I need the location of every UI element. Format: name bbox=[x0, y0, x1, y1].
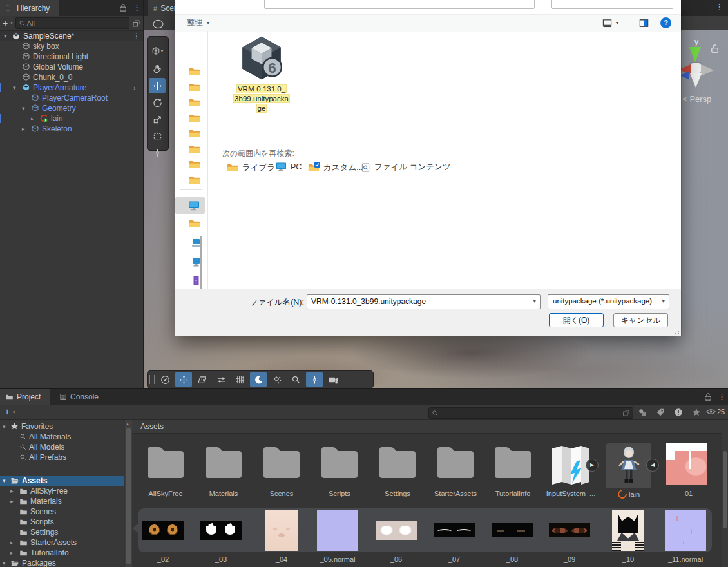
hierarchy-row[interactable]: Global Volume bbox=[0, 62, 143, 72]
hierarchy-row[interactable]: sky box bbox=[0, 41, 143, 52]
subasset-item[interactable] bbox=[434, 523, 475, 537]
hierarchy-lock-icon[interactable] bbox=[119, 3, 127, 12]
scene-header-row[interactable]: ▾ SampleScene* ⋮ bbox=[0, 31, 143, 41]
nav-folder-icon[interactable] bbox=[189, 113, 200, 123]
subasset-item[interactable] bbox=[612, 510, 644, 551]
tree-child[interactable]: Scenes bbox=[0, 506, 124, 517]
tab-hierarchy[interactable]: Hierarchy bbox=[0, 0, 59, 16]
hierarchy-row-prefab[interactable]: ▾ Geometry bbox=[0, 103, 143, 113]
grid-scrollbar-thumb[interactable] bbox=[723, 451, 727, 528]
hand-tool-icon[interactable] bbox=[149, 61, 166, 77]
hierarchy-row-prefab[interactable]: ▸ Skeleton bbox=[0, 124, 143, 134]
rect-tool-icon[interactable] bbox=[149, 128, 166, 144]
persp-label-group[interactable]: ⋖ Persp bbox=[682, 94, 711, 104]
scene-lock-icon[interactable] bbox=[711, 44, 719, 53]
scrollbar-up-icon[interactable]: ▴ bbox=[126, 421, 129, 427]
asset-item[interactable]: Scenes bbox=[253, 443, 311, 503]
view-mode-icon[interactable] bbox=[602, 19, 612, 28]
cancel-button[interactable]: キャンセル bbox=[613, 313, 668, 327]
nav-folder-icon[interactable] bbox=[189, 219, 200, 229]
move-tool-icon[interactable] bbox=[149, 78, 166, 93]
expander-icon[interactable]: ▾ bbox=[3, 476, 9, 486]
asset-item[interactable]: Settings bbox=[369, 443, 426, 503]
asset-item[interactable]: StarterAssets bbox=[426, 443, 484, 503]
tree-all-models[interactable]: All Models bbox=[0, 442, 124, 452]
effects-icon[interactable] bbox=[269, 372, 285, 387]
tool-context-icon[interactable]: ▾ bbox=[149, 43, 166, 59]
nav-folder-icon[interactable] bbox=[189, 82, 200, 92]
scene-lighting-icon[interactable] bbox=[250, 372, 267, 387]
dialog-search-input[interactable] bbox=[551, 0, 673, 9]
tool-settings-icon[interactable] bbox=[213, 372, 229, 387]
subasset-item[interactable] bbox=[142, 521, 184, 540]
expander-icon[interactable]: ▾ bbox=[13, 82, 19, 93]
move-overlay-icon[interactable] bbox=[175, 372, 192, 387]
asset-item[interactable]: AllSkyFree bbox=[137, 443, 195, 503]
tree-assets-selected[interactable]: ▾ Assets bbox=[0, 476, 124, 486]
nav-folder-icon[interactable] bbox=[189, 98, 200, 108]
asset-item[interactable]: TutorialInfo bbox=[484, 443, 542, 503]
organize-button[interactable]: 整理 ▾ bbox=[187, 17, 209, 28]
transform-tool-icon[interactable] bbox=[149, 145, 166, 160]
help-button[interactable]: ? bbox=[660, 17, 671, 28]
expander-icon[interactable]: ▸ bbox=[10, 486, 17, 496]
expand-subassets-badge[interactable]: ▶ bbox=[586, 459, 599, 472]
nav-item-pc-selected[interactable] bbox=[175, 197, 205, 214]
search-again-option-pc[interactable]: PC bbox=[276, 162, 302, 171]
expander-icon[interactable]: ▸ bbox=[10, 537, 17, 548]
gizmo-gray-cone[interactable] bbox=[701, 64, 714, 76]
project-search-input[interactable] bbox=[428, 407, 633, 419]
asset-item[interactable]: Materials bbox=[195, 443, 253, 503]
hierarchy-row-prefab[interactable]: PlayerCameraRoot bbox=[0, 93, 143, 103]
scene-grid-toggle-icon[interactable] bbox=[149, 16, 166, 32]
nav-scrollbar[interactable] bbox=[200, 236, 202, 289]
tree-packages[interactable]: ▾ Packages bbox=[0, 558, 124, 567]
tab-project[interactable]: Project bbox=[0, 389, 50, 405]
hierarchy-kebab-icon[interactable]: ⋮ bbox=[133, 3, 141, 12]
view-options-icon[interactable] bbox=[157, 372, 173, 387]
asset-item[interactable]: Scripts bbox=[311, 443, 369, 503]
pivot-overlay-icon[interactable] bbox=[306, 372, 323, 387]
snap-icon[interactable] bbox=[194, 372, 211, 387]
nav-usb-icon[interactable] bbox=[193, 276, 200, 285]
subasset-item[interactable] bbox=[376, 521, 417, 540]
address-bar[interactable] bbox=[264, 0, 535, 9]
nav-folder-icon[interactable] bbox=[189, 160, 200, 169]
hierarchy-row-lain[interactable]: ▸ lain bbox=[0, 113, 143, 124]
camera-overlay-icon[interactable] bbox=[325, 372, 341, 387]
hierarchy-row[interactable]: Directional Light bbox=[0, 52, 143, 62]
scene-orientation-gizmo[interactable]: y bbox=[682, 37, 728, 95]
tree-child[interactable]: ▸ TutorialInfo bbox=[0, 548, 124, 558]
search-again-option-custom[interactable]: カスタム... bbox=[308, 162, 363, 173]
nav-folder-icon[interactable] bbox=[189, 129, 200, 139]
gizmo-center[interactable] bbox=[691, 63, 701, 73]
overlay-drag-handle[interactable] bbox=[148, 37, 168, 43]
subasset-item[interactable] bbox=[492, 523, 533, 537]
gizmo-bottom-cone[interactable] bbox=[690, 73, 702, 88]
expander-icon[interactable]: ▾ bbox=[3, 421, 9, 432]
create-asset-caret-icon[interactable]: ▾ bbox=[13, 410, 15, 415]
pick-window-icon[interactable] bbox=[132, 19, 140, 28]
collapse-subassets-badge[interactable]: ◀ bbox=[646, 459, 659, 472]
subasset-item[interactable] bbox=[317, 510, 358, 551]
asset-item-tex01[interactable]: _01 bbox=[658, 443, 716, 503]
gizmo-y-cone[interactable] bbox=[689, 47, 701, 62]
hidden-count-badge[interactable]: 25 bbox=[706, 408, 725, 416]
filetype-caret-icon[interactable]: ▾ bbox=[662, 298, 665, 304]
tree-child[interactable]: Settings bbox=[0, 527, 124, 537]
expander-icon[interactable]: ▸ bbox=[10, 548, 17, 558]
grid-scrollbar[interactable] bbox=[722, 433, 728, 567]
gizmo-z-cone[interactable] bbox=[680, 71, 689, 80]
tree-all-prefabs[interactable]: All Prefabs bbox=[0, 452, 124, 463]
expander-icon[interactable]: ▾ bbox=[22, 103, 28, 113]
filetype-combobox[interactable]: unitypackage (*.unitypackage) ▾ bbox=[548, 294, 669, 309]
favorites-star-icon[interactable] bbox=[692, 408, 701, 417]
tree-favorites[interactable]: ▾ Favorites bbox=[0, 421, 124, 432]
expander-icon[interactable]: ▸ bbox=[31, 113, 37, 124]
preview-pane-icon[interactable] bbox=[639, 19, 649, 28]
scale-tool-icon[interactable] bbox=[149, 111, 166, 127]
filename-combobox[interactable]: VRM-0.131.0_3b99.unitypackage ▾ bbox=[307, 294, 541, 309]
create-asset-button[interactable]: + bbox=[5, 407, 10, 417]
create-caret-icon[interactable]: ▾ bbox=[10, 21, 13, 26]
prefab-open-chevron-icon[interactable]: › bbox=[133, 82, 136, 93]
